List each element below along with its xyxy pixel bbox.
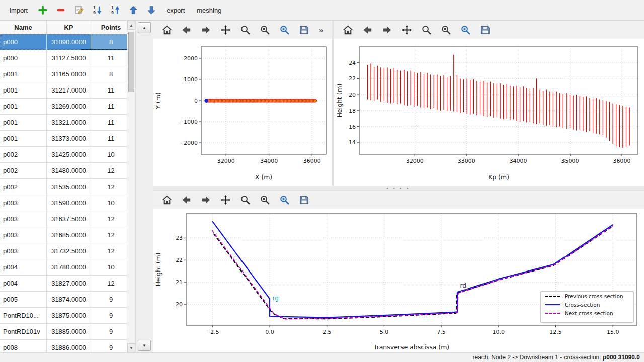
zoom-button[interactable] — [238, 193, 252, 206]
table-row[interactable]: p00131321.000011 — [0, 115, 127, 131]
svg-text:rd: rd — [460, 282, 466, 289]
home-button[interactable] — [160, 23, 173, 36]
edit-cross-section-button[interactable] — [71, 3, 87, 18]
pane-scroll-up-button[interactable]: ▲ — [138, 22, 151, 33]
home-button[interactable] — [160, 193, 173, 206]
table-row[interactable]: p00131269.000011 — [0, 99, 127, 115]
name-cell: p001 — [0, 82, 47, 99]
save-button[interactable] — [297, 23, 310, 36]
table-row[interactable]: p00131373.000011 — [0, 131, 127, 147]
remove-cross-section-button[interactable] — [53, 3, 68, 18]
table-row[interactable]: p00231535.000012 — [0, 179, 127, 195]
sort-descending-button[interactable]: 1 9 — [90, 3, 105, 18]
name-cell: p000 — [0, 50, 47, 66]
save-icon — [479, 24, 491, 36]
svg-text:7.5: 7.5 — [437, 329, 446, 335]
forward-button[interactable] — [199, 193, 212, 206]
back-button[interactable] — [180, 193, 193, 206]
toolbar-overflow-button[interactable]: » — [317, 26, 325, 34]
points-cell: 12 — [91, 276, 128, 292]
scrollbar-thumb[interactable] — [128, 32, 134, 92]
table-row[interactable]: p00331685.000012 — [0, 227, 127, 243]
column-header-name[interactable]: Name — [0, 21, 47, 34]
svg-text:36000: 36000 — [613, 158, 631, 164]
application-window: import 1 9 — [0, 0, 644, 362]
plan-view-chart[interactable]: 320003400036000−2000−1000010002000X (m)Y… — [153, 39, 332, 184]
pan-button[interactable] — [219, 193, 232, 206]
points-cell: 10 — [91, 195, 128, 211]
points-cell: 12 — [91, 211, 128, 227]
table-row[interactable]: p00331637.500012 — [0, 211, 127, 227]
forward-button[interactable] — [380, 23, 393, 36]
scrollbar-down-arrow[interactable]: ▼ — [127, 343, 135, 352]
table-row[interactable]: p00031127.500011 — [0, 50, 127, 66]
table-row[interactable]: p00431780.000010 — [0, 259, 127, 276]
longitudinal-profile-chart[interactable]: 3200033000340003500036000141618202224Kp … — [334, 39, 644, 184]
kp-cell: 31874.0000 — [47, 292, 91, 308]
sort-descending-icon: 1 9 — [92, 5, 103, 16]
home-button[interactable] — [341, 23, 354, 36]
name-cell: p003 — [0, 211, 47, 227]
scrollbar-track[interactable] — [127, 30, 135, 343]
table-row[interactable]: p00131165.00008 — [0, 66, 127, 82]
zoom-info-button[interactable] — [258, 193, 271, 206]
move-up-button[interactable] — [126, 3, 141, 18]
meshing-button[interactable]: meshing — [192, 4, 226, 17]
svg-text:21: 21 — [176, 279, 183, 286]
cross-section-plot-toolbar — [153, 191, 644, 209]
points-cell: 11 — [91, 131, 128, 147]
save-button[interactable] — [297, 193, 310, 206]
svg-text:Kp (m): Kp (m) — [488, 173, 509, 181]
column-header-kp[interactable]: KP — [47, 21, 91, 34]
table-row[interactable]: PontRD101v31885.00009 — [0, 324, 127, 340]
zoom-region-button[interactable] — [278, 23, 291, 36]
back-icon — [181, 194, 192, 206]
sort-ascending-button[interactable]: 1 9 — [108, 3, 123, 18]
cross-section-chart[interactable]: −2.50.02.55.07.510.012.515.020212223Tran… — [153, 209, 644, 353]
move-down-button[interactable] — [144, 3, 159, 18]
table-row[interactable]: p00831886.00009 — [0, 340, 127, 353]
zoom-info-button[interactable] — [439, 23, 452, 36]
import-button[interactable]: import — [5, 4, 32, 17]
zoom-button[interactable] — [420, 23, 433, 36]
table-row[interactable]: p00531874.00009 — [0, 292, 127, 308]
zoom-button[interactable] — [238, 23, 252, 36]
table-row[interactable]: PontRD10...31875.00009 — [0, 308, 127, 324]
pan-button[interactable] — [219, 23, 232, 36]
points-cell: 9 — [91, 292, 128, 308]
pan-button[interactable] — [400, 23, 413, 36]
table-row[interactable]: p00331732.500012 — [0, 243, 127, 259]
table-row[interactable]: p00231425.000010 — [0, 147, 127, 163]
table-row[interactable]: p00431827.000012 — [0, 276, 127, 292]
table-row[interactable]: p00331590.000010 — [0, 195, 127, 211]
table-row[interactable]: p00031090.00008 — [0, 34, 127, 50]
add-cross-section-button[interactable] — [35, 3, 50, 18]
kp-cell: 31090.0000 — [47, 34, 91, 50]
table-row[interactable]: p00231480.000012 — [0, 163, 127, 179]
table-scrollbar[interactable]: ▲ ▼ — [127, 21, 136, 352]
name-cell: p008 — [0, 340, 47, 353]
zoom-region-button[interactable] — [459, 23, 472, 36]
zoom-info-button[interactable] — [258, 23, 271, 36]
svg-text:12.5: 12.5 — [549, 329, 562, 335]
svg-text:1: 1 — [111, 6, 114, 10]
scrollbar-up-arrow[interactable]: ▲ — [127, 21, 135, 30]
svg-text:Height (m): Height (m) — [336, 83, 343, 117]
back-button[interactable] — [180, 23, 193, 36]
horizontal-splitter[interactable]: ● ● ● ● — [153, 186, 644, 191]
zoom-info-icon — [259, 24, 271, 36]
points-cell: 10 — [91, 259, 128, 276]
pane-scroll-down-button[interactable]: ▼ — [138, 340, 151, 351]
arrow-down-icon — [146, 5, 157, 16]
forward-button[interactable] — [199, 23, 212, 36]
name-cell: PontRD101v — [0, 324, 47, 340]
save-button[interactable] — [478, 23, 492, 36]
back-button[interactable] — [361, 23, 374, 36]
table-row[interactable]: p00131217.000011 — [0, 82, 127, 99]
export-button[interactable]: export — [162, 4, 189, 17]
kp-cell: 31535.0000 — [47, 179, 91, 195]
points-cell: 9 — [91, 340, 128, 353]
zoom-region-button[interactable] — [278, 193, 291, 206]
column-header-points[interactable]: Points — [91, 21, 128, 34]
home-icon — [161, 24, 173, 36]
